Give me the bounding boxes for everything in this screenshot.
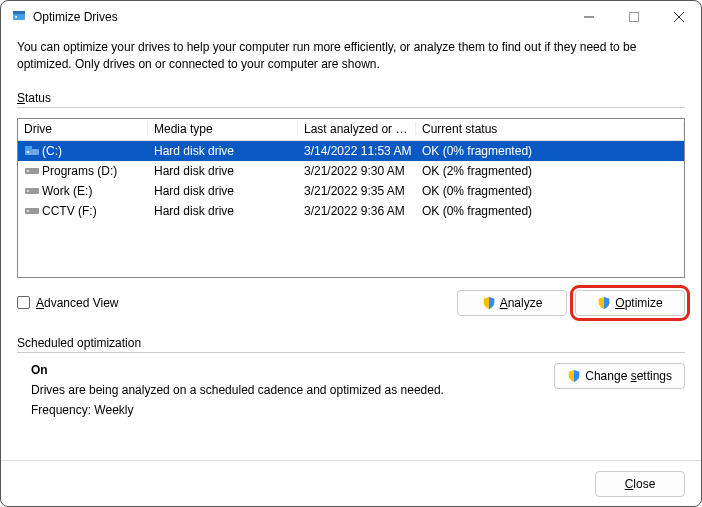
drive-last: 3/14/2022 11:53 AM <box>298 144 416 158</box>
shield-icon <box>567 369 581 383</box>
svg-point-2 <box>15 16 17 18</box>
scheduled-heading: Scheduled optimization <box>17 336 685 350</box>
drives-table: Drive Media type Last analyzed or o... C… <box>17 118 685 278</box>
drive-name: CCTV (F:) <box>42 204 97 218</box>
maximize-button[interactable] <box>611 2 656 32</box>
drive-icon <box>24 185 38 197</box>
optimize-button[interactable]: Optimize <box>575 290 685 316</box>
svg-rect-4 <box>629 13 638 22</box>
analyze-button[interactable]: Analyze <box>457 290 567 316</box>
table-row[interactable]: CCTV (F:)Hard disk drive3/21/2022 9:36 A… <box>18 201 684 221</box>
drive-status: OK (0% fragmented) <box>416 184 684 198</box>
description-text: You can optimize your drives to help you… <box>17 39 685 73</box>
advanced-view-label[interactable]: Advanced View <box>36 296 119 310</box>
col-header-drive[interactable]: Drive <box>18 122 148 136</box>
drive-status: OK (0% fragmented) <box>416 144 684 158</box>
scheduled-frequency: Frequency: Weekly <box>31 403 444 417</box>
optimize-drives-window: Optimize Drives You can optimize your dr… <box>0 0 702 507</box>
svg-point-11 <box>27 170 29 172</box>
drive-last: 3/21/2022 9:35 AM <box>298 184 416 198</box>
svg-rect-8 <box>25 146 32 151</box>
drive-name: (C:) <box>42 144 62 158</box>
app-icon <box>11 8 27 27</box>
drive-last: 3/21/2022 9:30 AM <box>298 164 416 178</box>
divider <box>17 107 685 108</box>
close-dialog-button[interactable]: Close <box>595 471 685 497</box>
table-row[interactable]: Programs (D:)Hard disk drive3/21/2022 9:… <box>18 161 684 181</box>
svg-rect-1 <box>13 11 25 14</box>
svg-point-13 <box>27 190 29 192</box>
close-button[interactable] <box>656 2 701 32</box>
svg-point-9 <box>27 151 29 153</box>
scheduled-status: On <box>31 363 444 377</box>
drive-icon <box>24 145 38 157</box>
col-header-last[interactable]: Last analyzed or o... <box>298 122 416 136</box>
status-label: Status <box>17 91 685 105</box>
drive-media: Hard disk drive <box>148 184 298 198</box>
drive-media: Hard disk drive <box>148 144 298 158</box>
footer: Close <box>1 460 701 506</box>
scheduled-desc: Drives are being analyzed on a scheduled… <box>31 383 444 397</box>
svg-point-15 <box>27 210 29 212</box>
drive-media: Hard disk drive <box>148 164 298 178</box>
table-row[interactable]: (C:)Hard disk drive3/14/2022 11:53 AMOK … <box>18 141 684 161</box>
window-title: Optimize Drives <box>33 10 566 24</box>
drive-status: OK (2% fragmented) <box>416 164 684 178</box>
drive-name: Work (E:) <box>42 184 92 198</box>
table-header: Drive Media type Last analyzed or o... C… <box>18 119 684 141</box>
drive-last: 3/21/2022 9:36 AM <box>298 204 416 218</box>
minimize-button[interactable] <box>566 2 611 32</box>
drive-status: OK (0% fragmented) <box>416 204 684 218</box>
drive-name: Programs (D:) <box>42 164 117 178</box>
divider <box>17 352 685 353</box>
col-header-status[interactable]: Current status <box>416 122 684 136</box>
table-row[interactable]: Work (E:)Hard disk drive3/21/2022 9:35 A… <box>18 181 684 201</box>
drive-media: Hard disk drive <box>148 204 298 218</box>
shield-icon <box>597 296 611 310</box>
change-settings-button[interactable]: Change settings <box>554 363 685 389</box>
drive-icon <box>24 165 38 177</box>
advanced-view-checkbox[interactable] <box>17 296 30 309</box>
shield-icon <box>482 296 496 310</box>
drive-icon <box>24 205 38 217</box>
titlebar: Optimize Drives <box>1 1 701 33</box>
col-header-media[interactable]: Media type <box>148 122 298 136</box>
